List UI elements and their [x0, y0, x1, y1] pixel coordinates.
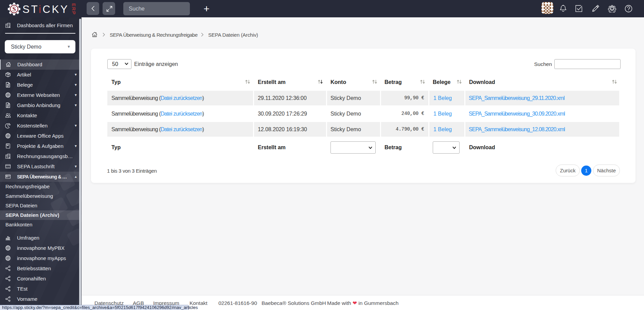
svg-text:STiCKY: STiCKY: [22, 3, 69, 15]
svg-text:ERP: ERP: [71, 3, 76, 15]
svg-text:S: S: [12, 5, 16, 13]
